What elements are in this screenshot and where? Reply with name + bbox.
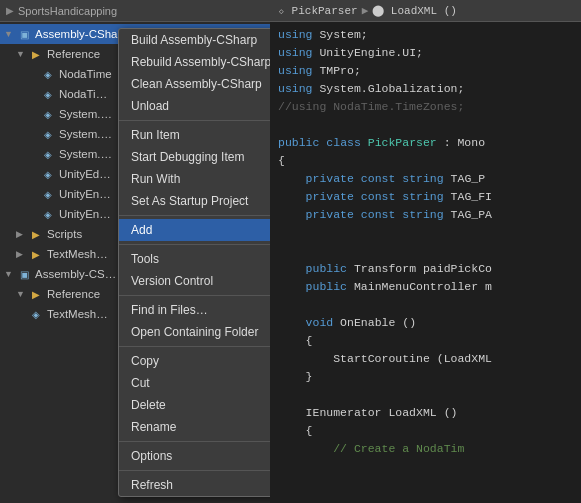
code-line: //using NodaTime.TimeZones; [278,98,573,116]
context-menu: Build Assembly-CSharp ⌘K Rebuild Assembl… [118,28,270,497]
code-line: public Transform paidPickCo [278,260,573,278]
separator-3 [119,244,270,245]
file-icon: ◈ [40,166,56,182]
separator-1 [119,120,270,121]
file-icon: ◈ [28,306,44,322]
menu-refresh[interactable]: Refresh [119,474,270,496]
folder-icon: ▶ [28,226,44,242]
menu-delete[interactable]: Delete [119,394,270,416]
menu-find-in-files[interactable]: Find in Files… ⇧⌘F [119,299,270,321]
menu-run-with[interactable]: Run With ▶ [119,168,270,190]
menu-copy[interactable]: Copy ⌘C [119,350,270,372]
folder-icon: ▶ [28,286,44,302]
tree-header: ▶ SportsHandicapping [0,0,270,22]
menu-set-startup[interactable]: Set As Startup Project [119,190,270,212]
menu-rebuild[interactable]: Rebuild Assembly-CSharp ^⌘K [119,51,270,73]
menu-start-debugging[interactable]: Start Debugging Item [119,146,270,168]
folder-icon: ▶ [28,246,44,262]
code-line [278,386,573,404]
code-line [278,116,573,134]
folder-icon: ▶ [28,46,44,62]
code-line: { [278,332,573,350]
code-editor-panel: ⬦ PickParser ▶ ⬤ LoadXML () using System… [270,0,581,503]
code-line [278,224,573,242]
code-line: using TMPro; [278,62,573,80]
separator-7 [119,470,270,471]
file-icon: ◈ [40,206,56,222]
assembly-icon: ▣ [16,26,32,42]
menu-build[interactable]: Build Assembly-CSharp ⌘K [119,29,270,51]
code-line: IEnumerator LoadXML () [278,404,573,422]
code-line: private const string TAG_P [278,170,573,188]
menu-add[interactable]: Add ▶ New File… Add Files… ⌥⌘A Add Files… [119,219,270,241]
menu-tools[interactable]: Tools ▶ [119,248,270,270]
code-line: public class PickParser : Mono [278,134,573,152]
file-icon: ◈ [40,66,56,82]
code-line: using System.Globalization; [278,80,573,98]
separator-2 [119,215,270,216]
file-icon: ◈ [40,146,56,162]
code-line: private const string TAG_PA [278,206,573,224]
code-line [278,242,573,260]
code-line: public MainMenuController m [278,278,573,296]
menu-run-item[interactable]: Run Item [119,124,270,146]
breadcrumb-method: ⬤ LoadXML () [372,4,457,17]
editor-header: ⬦ PickParser ▶ ⬤ LoadXML () [270,0,581,22]
menu-rename[interactable]: Rename ⌘R [119,416,270,438]
file-icon: ◈ [40,106,56,122]
project-label: SportsHandicapping [18,5,117,17]
code-line: { [278,422,573,440]
assembly-icon: ▣ [16,266,32,282]
file-icon: ◈ [40,126,56,142]
code-line: using UnityEngine.UI; [278,44,573,62]
code-line [278,296,573,314]
editor-content: using System; using UnityEngine.UI; usin… [270,22,581,462]
separator-5 [119,346,270,347]
separator-6 [119,441,270,442]
code-line: } [278,368,573,386]
code-line: { [278,152,573,170]
menu-cut[interactable]: Cut ⌘X [119,372,270,394]
menu-clean[interactable]: Clean Assembly-CSharp ⇧⌘K [119,73,270,95]
file-tree-panel: ▶ SportsHandicapping ▼ ▣ Assembly-CSharp… [0,0,270,503]
file-icon: ◈ [40,86,56,102]
menu-options[interactable]: Options [119,445,270,467]
menu-version-control[interactable]: Version Control ▶ [119,270,270,292]
menu-unload[interactable]: Unload [119,95,270,117]
code-line: using System; [278,26,573,44]
breadcrumb: ⬦ PickParser [278,5,358,17]
code-line: // Create a NodaTim [278,440,573,458]
code-line: private const string TAG_FI [278,188,573,206]
file-icon: ◈ [40,186,56,202]
code-line: StartCoroutine (LoadXML [278,350,573,368]
code-line: void OnEnable () [278,314,573,332]
menu-open-containing[interactable]: Open Containing Folder [119,321,270,343]
separator-4 [119,295,270,296]
